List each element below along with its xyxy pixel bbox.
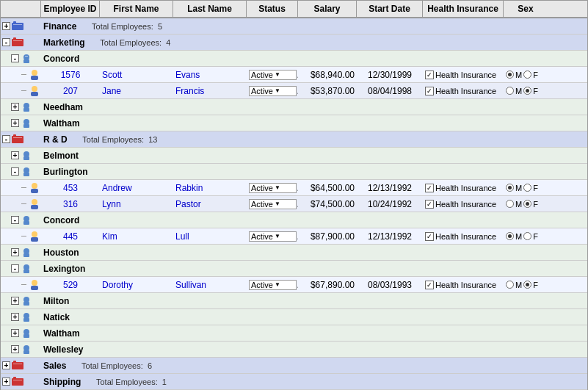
svg-rect-35 (23, 270, 29, 273)
row-city-concord-rd: - Concord (1, 212, 587, 228)
jane-status-dropdown[interactable]: Active ▼ (249, 86, 297, 96)
andrew-firstname: Andrew (100, 181, 173, 195)
lexington-expand-btn[interactable]: - (11, 264, 19, 272)
kim-health-checkbox[interactable] (425, 232, 434, 241)
jane-sex: M F (504, 85, 548, 97)
andrew-sex-m-radio[interactable] (506, 184, 514, 192)
scott-id: 1576 (41, 68, 100, 82)
svg-point-42 (23, 329, 29, 335)
lynn-sex-m-radio[interactable] (506, 200, 514, 208)
concord-rd-city-icon (21, 215, 32, 225)
kim-status: Active ▼ (247, 230, 298, 243)
svg-rect-10 (31, 76, 38, 80)
lynn-firstname: Lynn (100, 198, 173, 211)
sales-label: Sales Total Employees: 6 (41, 359, 247, 372)
jane-sex-f-radio[interactable] (523, 87, 531, 95)
lynn-status: Active ▼ (247, 198, 298, 211)
houston-city-icon (21, 248, 32, 258)
andrew-status-dropdown[interactable]: Active ▼ (249, 183, 297, 193)
header-salary: Salary (298, 1, 357, 17)
svg-rect-49 (12, 378, 23, 386)
scott-sex-f-radio[interactable] (523, 71, 531, 79)
row-department-rd: - R & D Total Employees: 13 (1, 131, 587, 148)
sales-status (247, 364, 298, 367)
milton-city-icon (21, 296, 32, 306)
svg-point-26 (32, 199, 37, 205)
lynn-health: Health Insurance (423, 198, 504, 210)
milton-expand-btn[interactable]: + (11, 297, 19, 305)
concord-mkt-expand-btn[interactable]: - (11, 54, 19, 62)
marketing-expand-btn[interactable]: - (2, 38, 10, 46)
svg-point-15 (23, 119, 29, 125)
lynn-status-dropdown[interactable]: Active ▼ (249, 199, 297, 209)
svg-rect-3 (12, 39, 23, 46)
svg-rect-43 (23, 334, 29, 338)
jane-health-checkbox[interactable] (425, 87, 434, 95)
marketing-sex (504, 41, 548, 44)
dorothy-sex-m-radio[interactable] (506, 281, 514, 289)
marketing-health (423, 41, 504, 44)
svg-rect-17 (12, 136, 23, 143)
lynn-health-checkbox[interactable] (425, 200, 434, 209)
natick-sex (504, 316, 548, 319)
kim-health: Health Insurance (423, 231, 504, 242)
wellesley-expand-btn[interactable]: + (11, 345, 19, 353)
jane-indent (1, 84, 41, 98)
kim-startdate: 12/13/1992 (357, 230, 423, 243)
row-city-houston: + Houston (1, 245, 587, 261)
concord-rd-expand-btn[interactable]: - (11, 216, 19, 224)
header-health-insurance: Health Insurance (423, 1, 504, 17)
dorothy-status-dropdown[interactable]: Active ▼ (249, 280, 297, 290)
row-city-natick: + Natick (1, 309, 587, 325)
row-city-burlington: - Burlington (1, 164, 587, 180)
row-city-milton: + Milton (1, 293, 587, 309)
scott-health-checkbox[interactable] (425, 71, 434, 79)
svg-rect-0 (12, 23, 23, 30)
row-employee-scott-evans: 1576 Scott Evans Active ▼ $68,940.00 12/… (1, 67, 587, 83)
jane-sex-m-radio[interactable] (506, 87, 514, 95)
kim-sex-m-radio[interactable] (506, 232, 514, 240)
svg-rect-29 (23, 221, 29, 225)
waltham-rd-city-icon (21, 328, 32, 339)
svg-point-28 (23, 216, 29, 222)
dorothy-health-checkbox[interactable] (425, 281, 434, 289)
finance-expand-btn[interactable]: + (2, 22, 10, 30)
wellesley-city-icon (21, 344, 32, 355)
waltham-rd-expand-btn[interactable]: + (11, 329, 19, 337)
jane-status: Active ▼ (247, 84, 298, 98)
andrew-health-checkbox[interactable] (425, 184, 434, 192)
svg-rect-47 (13, 361, 16, 363)
rd-health (423, 138, 504, 141)
andrew-person-icon (29, 182, 40, 194)
svg-point-13 (23, 103, 29, 109)
sales-sex (504, 364, 548, 367)
lynn-id: 316 (41, 198, 100, 211)
wellesley-label: Wellesley (41, 343, 504, 356)
milton-expand-area: + (1, 295, 41, 308)
belmont-expand-btn[interactable]: + (11, 151, 19, 159)
houston-label: Houston (41, 246, 504, 259)
needham-expand-btn[interactable]: + (11, 103, 19, 111)
svg-rect-2 (13, 24, 22, 25)
kim-lastname: Lull (173, 230, 247, 243)
rd-expand-btn[interactable]: - (2, 135, 10, 143)
kim-sex-f-radio[interactable] (523, 232, 531, 240)
dorothy-sex-f-radio[interactable] (523, 281, 531, 289)
svg-point-40 (23, 313, 29, 319)
andrew-sex-f-radio[interactable] (523, 184, 531, 192)
marketing-startdate (357, 41, 423, 44)
row-city-belmont: + Belmont (1, 148, 587, 164)
scott-status-dropdown[interactable]: Active ▼ (249, 70, 297, 80)
scott-sex-m-radio[interactable] (506, 71, 514, 79)
waltham-mkt-expand-btn[interactable]: + (11, 119, 19, 127)
burlington-expand-btn[interactable]: - (11, 167, 19, 176)
houston-expand-btn[interactable]: + (11, 248, 19, 256)
natick-expand-btn[interactable]: + (11, 313, 19, 321)
marketing-dept-icon (12, 37, 23, 48)
sales-expand-btn[interactable]: + (2, 361, 10, 369)
svg-rect-33 (23, 253, 29, 257)
kim-status-dropdown[interactable]: Active ▼ (249, 231, 297, 242)
lynn-sex-f-radio[interactable] (523, 200, 531, 208)
shipping-expand-area: + (1, 375, 41, 389)
shipping-expand-btn[interactable]: + (2, 378, 10, 386)
